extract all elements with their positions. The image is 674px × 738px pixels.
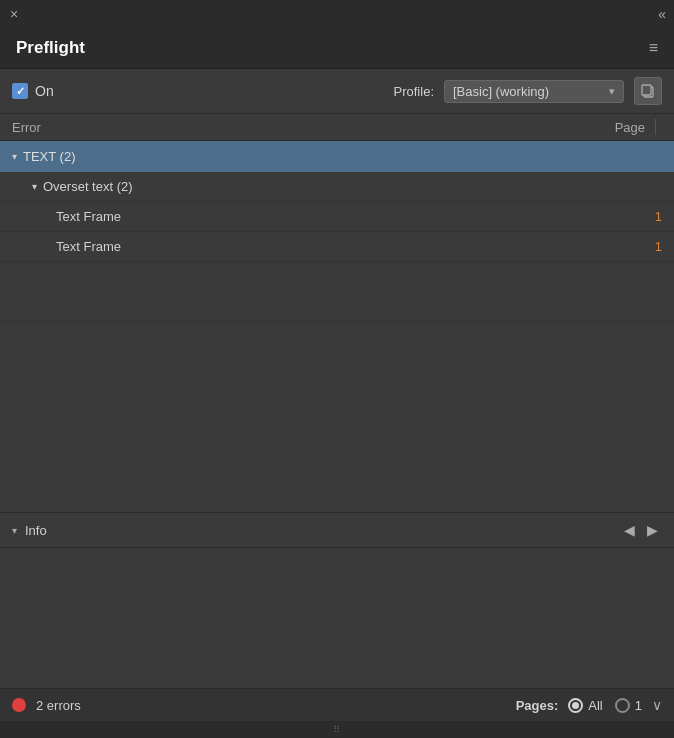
grip-lines-icon: ⠿: [333, 724, 341, 735]
preflight-panel: × « Preflight ≡ On Profile: [Basic] (wor…: [0, 0, 674, 738]
error-dot: [12, 698, 26, 712]
info-section: ▾ Info ◀ ▶: [0, 512, 674, 688]
on-label: On: [35, 83, 54, 99]
table-header: Error Page: [0, 114, 674, 141]
error-page-num: 1: [602, 209, 662, 224]
error-list: ▾ TEXT (2) ▾ Overset text (2) Text Frame…: [0, 141, 674, 512]
info-nav: ◀ ▶: [620, 520, 662, 540]
radio-all[interactable]: All: [568, 698, 602, 713]
error-item-label: Text Frame: [56, 209, 602, 224]
copy-icon: [640, 83, 656, 99]
profile-label: Profile:: [394, 84, 434, 99]
nav-prev-button[interactable]: ◀: [620, 520, 639, 540]
menu-icon[interactable]: ≡: [645, 35, 662, 61]
footer: 2 errors Pages: All 1 ∨: [0, 688, 674, 721]
info-label: Info: [25, 523, 620, 538]
controls-row: On Profile: [Basic] (working) ▾: [0, 69, 674, 114]
radio-all-label: All: [588, 698, 602, 713]
svg-rect-1: [642, 85, 651, 95]
footer-dropdown-button[interactable]: ∨: [652, 697, 662, 713]
error-group-label: TEXT (2): [23, 149, 76, 164]
empty-space: [0, 262, 674, 322]
scroll-grip: ⠿: [0, 721, 674, 738]
chevron-down-icon: ▾: [609, 85, 615, 98]
chevron-down-icon: ▾: [12, 525, 17, 536]
radio-group: All 1: [568, 698, 642, 713]
pages-label: Pages:: [516, 698, 559, 713]
radio-1[interactable]: 1: [615, 698, 642, 713]
table-row[interactable]: Text Frame 1: [0, 202, 674, 232]
sub-group-overset[interactable]: ▾ Overset text (2): [0, 172, 674, 202]
top-bar: × «: [0, 0, 674, 28]
col-divider: [655, 119, 656, 135]
chevron-down-icon: ▾: [12, 151, 17, 162]
col-page-header: Page: [589, 120, 649, 135]
on-checkbox-wrapper: On: [12, 83, 54, 99]
radio-1-circle: [615, 698, 630, 713]
radio-all-circle: [568, 698, 583, 713]
error-group-text[interactable]: ▾ TEXT (2): [0, 141, 674, 172]
info-header: ▾ Info ◀ ▶: [0, 513, 674, 548]
on-checkbox[interactable]: [12, 83, 28, 99]
error-count-label: 2 errors: [36, 698, 81, 713]
error-item-label: Text Frame: [56, 239, 602, 254]
copy-profile-button[interactable]: [634, 77, 662, 105]
chevron-down-icon: ▾: [32, 181, 37, 192]
col-error-header: Error: [12, 120, 589, 135]
error-page-num: 1: [602, 239, 662, 254]
profile-select-text: [Basic] (working): [453, 84, 603, 99]
collapse-icon[interactable]: «: [658, 6, 664, 22]
panel-header: Preflight ≡: [0, 28, 674, 69]
table-row[interactable]: Text Frame 1: [0, 232, 674, 262]
radio-1-label: 1: [635, 698, 642, 713]
nav-next-button[interactable]: ▶: [643, 520, 662, 540]
sub-group-label: Overset text (2): [43, 179, 133, 194]
panel-title: Preflight: [0, 34, 101, 62]
profile-select[interactable]: [Basic] (working) ▾: [444, 80, 624, 103]
close-icon[interactable]: ×: [10, 6, 18, 22]
info-content: [0, 548, 674, 688]
